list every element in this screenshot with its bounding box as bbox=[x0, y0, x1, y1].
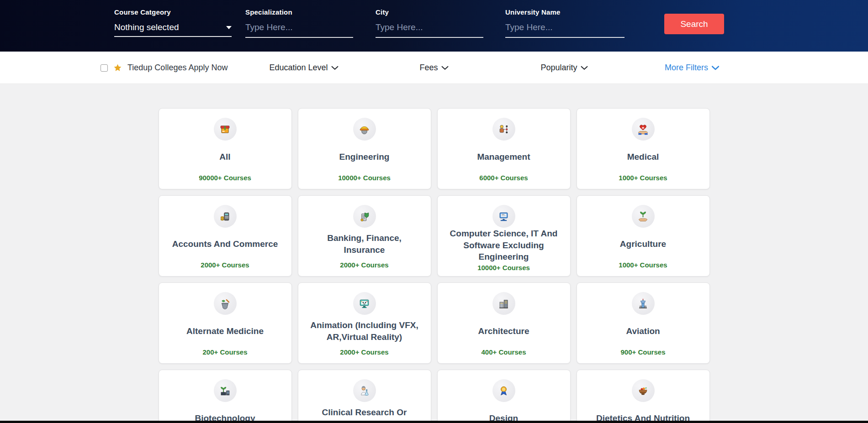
category-course-count: 900+ Courses bbox=[621, 348, 666, 356]
tiedup-colleges-filter: Tiedup Colleges Apply Now bbox=[101, 52, 228, 84]
specialization-input[interactable] bbox=[245, 16, 353, 38]
chevron-down-icon bbox=[581, 64, 588, 72]
category-title: Agriculture bbox=[620, 238, 666, 250]
category-title: Banking, Finance, Insurance bbox=[307, 232, 423, 256]
category-card[interactable]: Banking, Finance, Insurance 2000+ Course… bbox=[298, 195, 431, 277]
category-card[interactable]: Computer Science, IT And Software Exclud… bbox=[437, 195, 571, 277]
category-course-count: 1000+ Courses bbox=[619, 261, 667, 269]
heart-hands-icon bbox=[632, 118, 655, 141]
category-title: Computer Science, IT And Software Exclud… bbox=[446, 228, 562, 263]
university-input[interactable] bbox=[505, 16, 625, 38]
city-field: City bbox=[376, 8, 483, 38]
search-header: Course Catgeory Nothing selected Special… bbox=[0, 0, 868, 52]
city-input[interactable] bbox=[376, 16, 483, 38]
architecture-icon bbox=[492, 292, 515, 315]
course-category-value: Nothing selected bbox=[114, 22, 179, 32]
category-course-count: 2000+ Courses bbox=[340, 348, 388, 356]
popularity-label: Popularity bbox=[540, 63, 577, 73]
category-card[interactable]: All 90000+ Courses bbox=[159, 108, 292, 189]
category-course-count: 400+ Courses bbox=[482, 348, 526, 356]
category-title: Aviation bbox=[626, 325, 660, 337]
category-course-count: 2000+ Courses bbox=[201, 261, 249, 269]
scientist-icon bbox=[353, 379, 376, 402]
category-course-count: 6000+ Courses bbox=[479, 174, 528, 182]
caret-down-icon bbox=[226, 26, 232, 29]
computer-icon bbox=[492, 205, 515, 228]
education-level-dropdown[interactable]: Education Level bbox=[269, 52, 338, 84]
specialization-field: Specialization bbox=[245, 8, 353, 38]
category-title: Management bbox=[477, 151, 530, 163]
bank-shield-icon bbox=[353, 205, 376, 228]
chevron-down-icon bbox=[442, 64, 449, 72]
course-category-field: Course Catgeory Nothing selected bbox=[114, 8, 232, 37]
tiedup-label: Tiedup Colleges Apply Now bbox=[127, 63, 228, 73]
category-card[interactable]: Aviation 900+ Courses bbox=[577, 282, 710, 364]
city-label: City bbox=[376, 8, 483, 16]
category-card[interactable]: Medical 1000+ Courses bbox=[577, 108, 710, 189]
category-card[interactable]: Alternate Medicine 200+ Courses bbox=[159, 282, 292, 364]
chevron-down-icon bbox=[332, 64, 339, 72]
category-course-count: 2000+ Courses bbox=[340, 261, 388, 269]
category-card[interactable]: Agriculture 1000+ Courses bbox=[577, 195, 710, 277]
category-card[interactable]: Animation (Including VFX, AR,Virtual Rea… bbox=[298, 282, 431, 364]
course-category-dropdown[interactable]: Nothing selected bbox=[114, 22, 232, 37]
category-card[interactable]: Dietetics And Nutrition bbox=[577, 370, 710, 423]
biotech-plant-icon bbox=[214, 379, 237, 402]
calculator-coins-icon bbox=[214, 205, 237, 228]
category-course-count: 10000+ Courses bbox=[477, 264, 530, 272]
airport-tower-icon bbox=[632, 292, 655, 315]
category-card[interactable]: Accounts And Commerce 2000+ Courses bbox=[159, 195, 292, 277]
category-card[interactable]: Management 6000+ Courses bbox=[437, 108, 571, 189]
category-title: Animation (Including VFX, AR,Virtual Rea… bbox=[307, 319, 423, 343]
tiedup-checkbox[interactable] bbox=[101, 64, 108, 72]
category-title: Accounts And Commerce bbox=[172, 238, 278, 250]
org-chart-icon bbox=[492, 118, 515, 141]
seedling-hand-icon bbox=[632, 205, 655, 228]
herbal-medicine-icon bbox=[214, 292, 237, 315]
category-title: Engineering bbox=[339, 151, 390, 163]
category-grid: All 90000+ Courses Engineering 10000+ Co… bbox=[159, 108, 710, 423]
screenshot-bottom-edge bbox=[0, 421, 868, 423]
category-course-count: 90000+ Courses bbox=[199, 174, 251, 182]
search-button[interactable]: Search bbox=[664, 14, 724, 34]
fees-label: Fees bbox=[419, 63, 438, 73]
more-filters-dropdown[interactable]: More Filters bbox=[665, 52, 719, 84]
category-title: Alternate Medicine bbox=[186, 325, 264, 337]
category-title: All bbox=[219, 151, 230, 163]
university-label: University Name bbox=[505, 8, 625, 16]
category-title: Medical bbox=[627, 151, 659, 163]
category-course-count: 1000+ Courses bbox=[619, 174, 667, 182]
category-course-count: 200+ Courses bbox=[203, 348, 248, 356]
popularity-dropdown[interactable]: Popularity bbox=[540, 52, 587, 84]
star-icon bbox=[113, 63, 122, 72]
specialization-label: Specialization bbox=[245, 8, 353, 16]
hardhat-icon bbox=[353, 118, 376, 141]
design-award-icon bbox=[492, 379, 515, 402]
category-grid-section: All 90000+ Courses Engineering 10000+ Co… bbox=[0, 84, 868, 423]
more-filters-label: More Filters bbox=[665, 63, 708, 73]
course-category-label: Course Catgeory bbox=[114, 8, 232, 16]
category-card[interactable]: Clinical Research Or Healthcare Research bbox=[298, 370, 431, 423]
filter-bar: Tiedup Colleges Apply Now Education Leve… bbox=[0, 52, 868, 84]
university-field: University Name bbox=[505, 8, 625, 38]
nutrition-bowl-icon bbox=[632, 379, 655, 402]
category-card[interactable]: Architecture 400+ Courses bbox=[437, 282, 571, 364]
category-card[interactable]: Design bbox=[437, 370, 571, 423]
category-course-count: 10000+ Courses bbox=[338, 174, 391, 182]
animation-monitor-icon bbox=[353, 292, 376, 315]
category-card[interactable]: Engineering 10000+ Courses bbox=[298, 108, 431, 189]
fees-dropdown[interactable]: Fees bbox=[419, 52, 448, 84]
chevron-down-icon bbox=[712, 64, 719, 72]
category-title: Architecture bbox=[478, 325, 529, 337]
package-icon bbox=[214, 118, 237, 141]
education-level-label: Education Level bbox=[269, 63, 328, 73]
category-card[interactable]: Biotechnology bbox=[159, 370, 292, 423]
